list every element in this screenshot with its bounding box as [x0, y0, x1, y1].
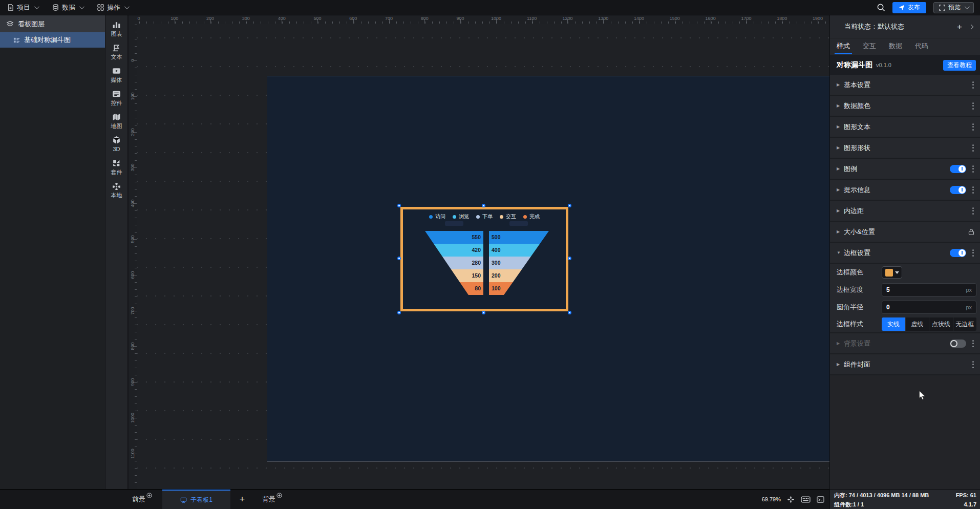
chevron-right-icon[interactable]: [969, 24, 974, 29]
add-foreground-icon[interactable]: [146, 493, 152, 498]
section-图例[interactable]: ▶图例: [830, 159, 980, 180]
toolbox-item-图表[interactable]: 图表: [105, 20, 128, 37]
toggle-图例[interactable]: [950, 165, 966, 173]
toggle-提示信息[interactable]: [950, 186, 966, 194]
add-board-button[interactable]: +: [236, 494, 249, 505]
toggle-knob: [950, 340, 957, 347]
section-提示信息[interactable]: ▶提示信息: [830, 180, 980, 201]
tab-代码[interactable]: 代码: [915, 41, 928, 54]
add-state-button[interactable]: +: [957, 23, 962, 31]
more-options-icon[interactable]: [971, 101, 975, 111]
border-color-field: 边框颜色: [830, 264, 980, 281]
resize-handle-nw[interactable]: [397, 204, 401, 207]
menu-数据[interactable]: 数据: [45, 0, 90, 15]
section-label: 图例: [844, 164, 857, 174]
legend-item-访问[interactable]: 访问: [429, 213, 445, 220]
ruler-tick: [135, 46, 137, 47]
grid-icon: [97, 4, 104, 11]
border-style-无边框[interactable]: 无边框: [953, 317, 977, 331]
menu-操作[interactable]: 操作: [90, 0, 135, 15]
component-version: v0.1.0: [876, 62, 891, 68]
border-style-实线[interactable]: 实线: [882, 317, 906, 331]
legend-item-交互[interactable]: 交互: [500, 213, 516, 220]
legend-item-下单[interactable]: 下单: [476, 213, 493, 220]
legend-item-完成[interactable]: 完成: [523, 213, 540, 220]
resize-handle-e[interactable]: [568, 257, 571, 260]
tab-数据[interactable]: 数据: [889, 41, 902, 54]
toolbox-item-地图[interactable]: 地图: [105, 113, 128, 129]
ruler-tick: [504, 22, 504, 24]
ruler-label: 800: [421, 16, 429, 21]
toolbox-item-label: 套件: [111, 169, 122, 175]
border-style-点状线[interactable]: 点状线: [929, 317, 953, 331]
section-内边距[interactable]: ▶内边距: [830, 201, 980, 222]
section-大小&位置[interactable]: ▶大小&位置: [830, 222, 980, 243]
section-数据颜色[interactable]: ▶数据颜色: [830, 96, 980, 117]
more-options-icon[interactable]: [971, 80, 975, 90]
more-options-icon[interactable]: [971, 122, 975, 132]
fit-to-screen-icon[interactable]: [787, 496, 795, 503]
ruler-label: 500: [313, 16, 321, 21]
keyboard-shortcuts-icon[interactable]: [801, 496, 811, 503]
add-background-icon[interactable]: [276, 493, 282, 498]
resize-handle-w[interactable]: [397, 257, 401, 260]
more-options-icon[interactable]: [971, 164, 975, 174]
more-options-icon[interactable]: [971, 339, 975, 348]
zoom-level[interactable]: 69.79%: [762, 496, 781, 502]
legend-item-浏览[interactable]: 浏览: [453, 213, 469, 220]
section-边框设置[interactable]: ▼边框设置: [830, 243, 980, 264]
tutorial-button[interactable]: 查看教程: [943, 60, 976, 71]
tab-交互[interactable]: 交互: [863, 41, 876, 54]
foreground-tab[interactable]: 前景: [132, 495, 152, 504]
tab-sub-board-1[interactable]: 子看板1: [162, 490, 230, 509]
tab-样式[interactable]: 样式: [837, 41, 850, 54]
more-options-icon[interactable]: [971, 360, 975, 369]
more-options-icon[interactable]: [971, 185, 975, 195]
publish-button[interactable]: 发布: [892, 2, 926, 13]
selected-funnel-component[interactable]: 访问浏览下单交互完成 55042028015080 50040030020010…: [400, 207, 568, 311]
corner-radius-input[interactable]: 0px: [882, 301, 976, 314]
section-组件封面[interactable]: ▶组件封面: [830, 354, 980, 375]
ruler-tick: [311, 22, 311, 24]
toolbox-item-套件[interactable]: 套件: [105, 159, 128, 175]
toggle-边框设置[interactable]: [950, 249, 966, 257]
ruler-tick: [239, 22, 240, 24]
more-options-icon[interactable]: [971, 206, 975, 216]
resize-handle-se[interactable]: [568, 311, 571, 314]
toolbox-item-文本[interactable]: 文本: [105, 44, 128, 60]
funnel-band: 200: [489, 269, 549, 282]
more-options-icon[interactable]: [971, 248, 975, 258]
ruler-tick: [135, 468, 137, 469]
ruler-tick: [375, 22, 376, 24]
console-icon[interactable]: [817, 496, 824, 503]
ruler-tick: [318, 22, 318, 24]
resize-handle-n[interactable]: [482, 204, 485, 207]
toolbox-item-媒体[interactable]: 媒体: [105, 67, 128, 83]
chevron-down-icon: [124, 4, 130, 9]
more-options-icon[interactable]: [971, 143, 975, 153]
border-width-input[interactable]: 5px: [882, 283, 976, 296]
toolbox-item-本地[interactable]: 本地: [105, 182, 128, 198]
resize-handle-sw[interactable]: [397, 311, 401, 314]
toolbox-item-控件[interactable]: 控件: [105, 90, 128, 106]
toolbox-item-3D[interactable]: 3D: [105, 136, 128, 152]
menu-项目[interactable]: 项目: [0, 0, 45, 15]
section-图形文本[interactable]: ▶图形文本: [830, 117, 980, 138]
resize-handle-ne[interactable]: [568, 204, 571, 207]
search-icon[interactable]: [877, 3, 885, 12]
resize-handle-s[interactable]: [482, 311, 485, 314]
fullscreen-icon: [939, 5, 945, 11]
section-图形形状[interactable]: ▶图形形状: [830, 138, 980, 159]
border-color-picker[interactable]: [882, 266, 902, 279]
ruler-tick: [718, 22, 719, 24]
ruler-tick: [296, 22, 297, 24]
section-背景设置[interactable]: ▶背景设置: [830, 333, 980, 354]
layer-item-funnel[interactable]: 基础对称漏斗图: [0, 32, 105, 48]
section-基本设置[interactable]: ▶基本设置: [830, 75, 980, 96]
background-tab[interactable]: 背景: [262, 495, 282, 504]
toggle-背景设置[interactable]: [950, 340, 966, 348]
lock-icon[interactable]: [968, 228, 975, 236]
border-style-虚线[interactable]: 虚线: [906, 317, 930, 331]
preview-button[interactable]: 预览: [933, 2, 974, 13]
ruler-tick: [697, 22, 697, 24]
